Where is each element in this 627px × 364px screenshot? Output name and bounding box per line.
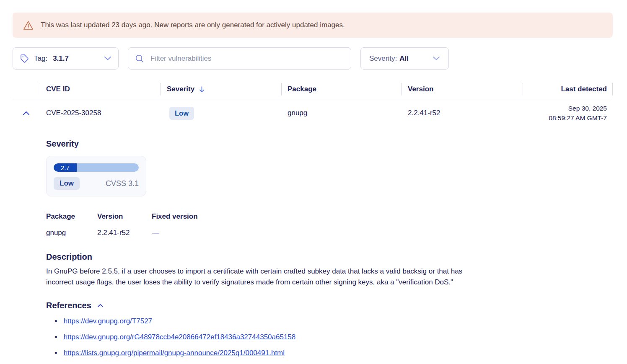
list-item: • https://dev.gnupg.org/T7527 [46, 316, 613, 326]
cvss-version-label: CVSS 3.1 [106, 179, 139, 188]
tag-dropdown[interactable]: Tag: 3.1.7 [13, 47, 119, 70]
column-header-severity[interactable]: Severity [161, 80, 281, 99]
bullet: • [54, 316, 57, 326]
chevron-up-icon [23, 111, 30, 116]
fixed-version-value: — [152, 229, 613, 237]
row-expand-cell [13, 109, 40, 117]
column-header-version[interactable]: Version [402, 80, 523, 99]
severity-filter-value: All [399, 54, 409, 63]
column-header-cve-id[interactable]: CVE ID [40, 80, 161, 99]
chevron-down-icon [104, 56, 111, 61]
warning-triangle-icon [23, 21, 34, 30]
filter-bar: Tag: 3.1.7 Severity: All [13, 47, 613, 70]
column-header-package[interactable]: Package [281, 80, 402, 99]
version-col-header: Version [97, 212, 152, 221]
bullet: • [54, 332, 57, 342]
reference-link[interactable]: https://lists.gnupg.org/pipermail/gnupg-… [64, 348, 285, 358]
description-text: In GnuPG before 2.5.5, if a user chooses… [46, 266, 491, 288]
description-heading: Description [46, 252, 613, 262]
collapse-row-button[interactable] [21, 109, 31, 117]
cve-detail-panel: Severity 2.7 Low CVSS 3.1 Package Versio… [46, 139, 613, 358]
severity-section-heading: Severity [46, 139, 613, 149]
vulnerability-report-page: This was last updated 23 days ago. New r… [0, 13, 627, 358]
column-header-expand [13, 80, 40, 99]
column-header-last-detected[interactable]: Last detected [523, 80, 613, 99]
cell-cve-id: CVE-2025-30258 [40, 109, 161, 117]
tag-icon [20, 54, 29, 63]
tag-value: 3.1.7 [53, 54, 69, 63]
sort-descending-icon [199, 86, 205, 93]
package-col-header: Package [46, 212, 97, 221]
chevron-down-icon [433, 56, 440, 61]
references-toggle[interactable]: References [46, 301, 104, 310]
reference-link[interactable]: https://dev.gnupg.org/rG48978ccb4e208664… [64, 332, 296, 342]
package-detail-table: Package Version Fixed version gnupg 2.2.… [46, 212, 613, 237]
last-detected-time: 08:59:27 AM GMT-7 [529, 113, 607, 123]
stale-report-banner: This was last updated 23 days ago. New r… [13, 13, 613, 38]
severity-filter-label: Severity: [369, 54, 397, 63]
chevron-up-icon [97, 304, 104, 307]
severity-filter-dropdown[interactable]: Severity: All [360, 47, 449, 70]
cvss-card-footer: Low CVSS 3.1 [54, 177, 139, 190]
cell-version: 2.2.41-r52 [402, 109, 523, 117]
cvss-score-value: 2.7 [61, 164, 70, 171]
version-value: 2.2.41-r52 [97, 229, 152, 237]
list-item: • https://dev.gnupg.org/rG48978ccb4e2086… [46, 332, 613, 342]
references-list: • https://dev.gnupg.org/T7527 • https://… [46, 316, 613, 358]
table-row[interactable]: CVE-2025-30258 Low gnupg 2.2.41-r52 Sep … [13, 99, 613, 127]
reference-link[interactable]: https://dev.gnupg.org/T7527 [64, 316, 152, 326]
bullet: • [54, 348, 57, 358]
cvss-score-card: 2.7 Low CVSS 3.1 [46, 156, 146, 196]
package-value: gnupg [46, 229, 97, 237]
last-detected-date: Sep 30, 2025 [529, 103, 607, 113]
vulnerability-search [128, 47, 351, 70]
cvss-score-bar: 2.7 [54, 163, 139, 172]
references-heading: References [46, 301, 91, 310]
cvss-score-fill: 2.7 [54, 163, 77, 172]
search-icon [135, 54, 144, 63]
cell-severity: Low [161, 107, 281, 120]
list-item: • https://lists.gnupg.org/pipermail/gnup… [46, 348, 613, 358]
cell-last-detected: Sep 30, 2025 08:59:27 AM GMT-7 [523, 103, 613, 123]
banner-message: This was last updated 23 days ago. New r… [41, 21, 345, 29]
search-input[interactable] [150, 54, 344, 63]
fixed-version-col-header: Fixed version [152, 212, 613, 221]
vulnerability-table-header: CVE ID Severity Package Version Last det… [13, 80, 613, 99]
severity-level-badge: Low [54, 177, 80, 190]
cell-package: gnupg [281, 109, 402, 117]
severity-badge: Low [169, 107, 194, 120]
tag-label: Tag: [34, 54, 47, 63]
